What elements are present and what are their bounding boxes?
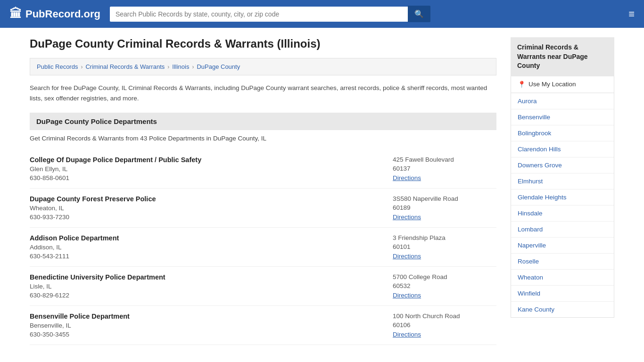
dept-zip: 60532 — [393, 282, 496, 289]
sidebar-link[interactable]: Naperville — [511, 238, 614, 253]
dept-info-left: Dupage County Forest Preserve Police Whe… — [30, 195, 383, 221]
table-row: Addison Police Department Addison, IL 63… — [30, 228, 496, 267]
search-icon: 🔍 — [414, 10, 424, 18]
breadcrumb-sep-1: › — [81, 64, 83, 70]
sidebar-link[interactable]: Lombard — [511, 222, 614, 237]
dept-zip: 60101 — [393, 243, 496, 250]
dept-phone: 630-829-6122 — [30, 292, 383, 299]
use-location-label: Use My Location — [528, 81, 576, 88]
logo-text: PubRecord.org — [25, 8, 100, 20]
dept-address: 3S580 Naperville Road — [393, 195, 496, 202]
section-header: DuPage County Police Departments — [30, 113, 496, 130]
list-item[interactable]: Aurora — [511, 93, 614, 109]
sidebar-link[interactable]: Hinsdale — [511, 206, 614, 221]
breadcrumb-sep-2: › — [167, 64, 169, 70]
list-item[interactable]: Downers Grove — [511, 157, 614, 173]
sidebar: Criminal Records & Warrants near DuPage … — [511, 37, 614, 345]
sidebar-link[interactable]: Downers Grove — [511, 157, 614, 173]
dept-name: Bensenville Police Department — [30, 313, 383, 320]
dept-directions[interactable]: Directions — [393, 252, 496, 260]
dept-name: Dupage County Forest Preserve Police — [30, 195, 383, 203]
sidebar-use-location[interactable]: 📍 Use My Location — [511, 76, 614, 93]
dept-city: Wheaton, IL — [30, 205, 383, 212]
dept-info-right: 3 Friendship Plaza 60101 Directions — [383, 234, 496, 260]
list-item[interactable]: Hinsdale — [511, 206, 614, 222]
dept-info-left: Benedictine University Police Department… — [30, 273, 383, 299]
breadcrumb-dupage[interactable]: DuPage County — [197, 63, 240, 70]
list-item[interactable]: Clarendon Hills — [511, 141, 614, 157]
list-item[interactable]: Naperville — [511, 238, 614, 254]
search-bar: 🔍 — [110, 6, 430, 22]
sidebar-link[interactable]: Elmhurst — [511, 173, 614, 189]
dept-city: Bensenville, IL — [30, 322, 383, 329]
dept-name: Benedictine University Police Department — [30, 273, 383, 281]
list-item[interactable]: Glendale Heights — [511, 189, 614, 206]
list-item[interactable]: Elmhurst — [511, 173, 614, 189]
dept-directions[interactable]: Directions — [393, 174, 496, 181]
list-item[interactable]: Kane County — [511, 302, 614, 317]
sidebar-link[interactable]: Kane County — [511, 302, 614, 317]
dept-name: Addison Police Department — [30, 234, 383, 242]
directions-link[interactable]: Directions — [393, 292, 421, 299]
dept-name: College Of Dupage Police Department / Pu… — [30, 156, 383, 164]
dept-phone: 630-350-3455 — [30, 331, 383, 338]
list-item[interactable]: Roselle — [511, 254, 614, 270]
dept-info-right: 5700 College Road 60532 Directions — [383, 273, 496, 299]
dept-zip: 60137 — [393, 165, 496, 172]
dept-info-left: Addison Police Department Addison, IL 63… — [30, 234, 383, 260]
main-container: DuPage County Criminal Records & Warrant… — [16, 28, 628, 354]
sidebar-link[interactable]: Bolingbrook — [511, 125, 614, 141]
list-item[interactable]: Lombard — [511, 222, 614, 238]
logo[interactable]: 🏛 PubRecord.org — [9, 7, 100, 21]
dept-address: 3 Friendship Plaza — [393, 234, 496, 241]
dept-address: 5700 College Road — [393, 273, 496, 280]
dept-directions[interactable]: Directions — [393, 213, 496, 221]
sidebar-link[interactable]: Winfield — [511, 286, 614, 301]
table-row: Benedictine University Police Department… — [30, 267, 496, 306]
list-item[interactable]: Wheaton — [511, 270, 614, 286]
content-area: DuPage County Criminal Records & Warrant… — [30, 37, 496, 345]
menu-button[interactable]: ≡ — [628, 8, 635, 20]
directions-link[interactable]: Directions — [393, 214, 421, 221]
directions-link[interactable]: Directions — [393, 174, 421, 181]
dept-directions[interactable]: Directions — [393, 330, 496, 338]
search-input[interactable] — [110, 7, 408, 22]
dept-address: 100 North Church Road — [393, 313, 496, 320]
section-subtitle: Get Criminal Records & Warrants from 43 … — [30, 135, 496, 142]
sidebar-link[interactable]: Glendale Heights — [511, 189, 614, 205]
hamburger-icon: ≡ — [628, 8, 635, 20]
table-row: College Of Dupage Police Department / Pu… — [30, 149, 496, 189]
breadcrumb-illinois[interactable]: Illinois — [172, 63, 189, 70]
departments-list: College Of Dupage Police Department / Pu… — [30, 149, 496, 345]
breadcrumb-public-records[interactable]: Public Records — [37, 63, 78, 70]
dept-info-right: 100 North Church Road 60106 Directions — [383, 313, 496, 338]
dept-zip: 60189 — [393, 204, 496, 211]
sidebar-links: 📍 Use My Location AuroraBensenvilleBolin… — [511, 76, 614, 318]
sidebar-link[interactable]: Roselle — [511, 254, 614, 269]
breadcrumb-criminal-records[interactable]: Criminal Records & Warrants — [85, 63, 165, 70]
sidebar-link[interactable]: Bensenville — [511, 109, 614, 125]
breadcrumb-sep-3: › — [192, 64, 194, 70]
page-title: DuPage County Criminal Records & Warrant… — [30, 37, 496, 50]
dept-phone: 630-933-7230 — [30, 214, 383, 221]
list-item[interactable]: Bolingbrook — [511, 125, 614, 141]
directions-link[interactable]: Directions — [393, 253, 421, 260]
list-item[interactable]: Bensenville — [511, 109, 614, 125]
table-row: Dupage County Forest Preserve Police Whe… — [30, 189, 496, 228]
sidebar-link[interactable]: Clarendon Hills — [511, 141, 614, 157]
dept-info-left: College Of Dupage Police Department / Pu… — [30, 156, 383, 181]
dept-directions[interactable]: Directions — [393, 291, 496, 299]
search-button[interactable]: 🔍 — [408, 6, 430, 22]
location-icon: 📍 — [518, 81, 526, 88]
dept-address: 425 Fawell Boulevard — [393, 156, 496, 163]
sidebar-title: Criminal Records & Warrants near DuPage … — [511, 37, 614, 76]
directions-link[interactable]: Directions — [393, 331, 421, 338]
logo-icon: 🏛 — [9, 7, 22, 21]
sidebar-link[interactable]: Wheaton — [511, 270, 614, 285]
dept-info-left: Bensenville Police Department Bensenvill… — [30, 313, 383, 338]
list-item[interactable]: Winfield — [511, 286, 614, 302]
sidebar-link[interactable]: Aurora — [511, 93, 614, 109]
table-row: Bensenville Police Department Bensenvill… — [30, 306, 496, 345]
page-description: Search for free DuPage County, IL Crimin… — [30, 83, 496, 103]
dept-city: Glen Ellyn, IL — [30, 165, 383, 173]
